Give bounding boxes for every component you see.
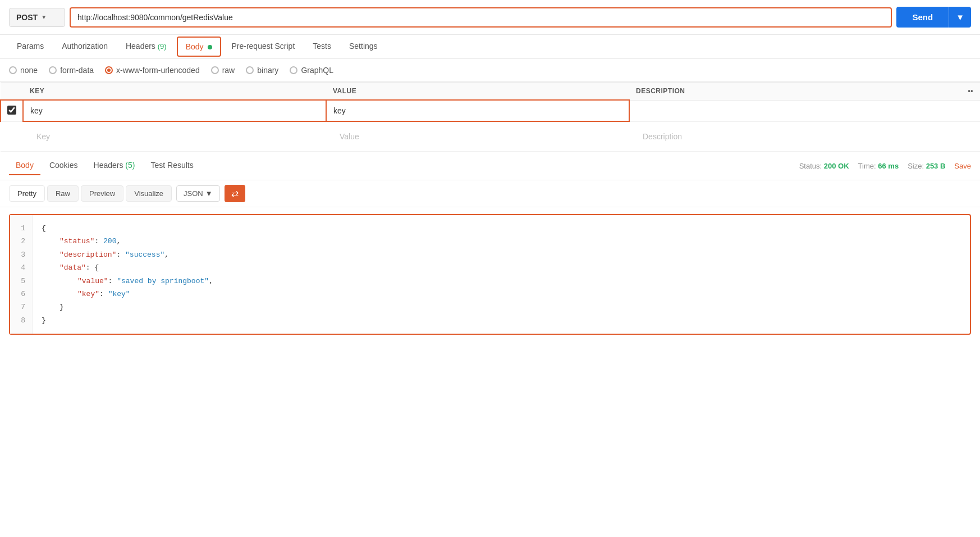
send-label: Send [896,7,949,28]
radio-form-data-circle [49,66,57,74]
row-checkbox[interactable] [7,106,16,115]
col-check-header [1,83,23,101]
row-key-cell [23,100,326,121]
tab-body[interactable]: Body [177,37,222,57]
format-select-label: JSON [184,189,203,198]
status-label: Status: 200 OK [799,162,849,170]
row-desc-input[interactable] [630,101,961,121]
resp-tab-body[interactable]: Body [9,156,40,175]
tab-body-label: Body [186,42,204,51]
resp-tab-headers[interactable]: Headers (5) [87,156,142,175]
fmt-raw[interactable]: Raw [47,185,79,202]
body-active-dot [208,45,212,49]
url-bar: POST ▼ Send ▼ [0,0,980,35]
save-link[interactable]: Save [954,162,971,170]
radio-graphql-circle [290,66,297,74]
radio-none[interactable]: none [9,66,38,75]
code-line-4: "data": { [42,261,961,274]
wrap-button[interactable]: ⇄ [225,185,245,202]
col-key-header: KEY [23,83,326,101]
col-more-header: •• [961,83,980,101]
url-input[interactable] [70,7,892,28]
code-line-3: "description": "success", [42,248,961,261]
empty-desc-cell [629,121,961,152]
code-line-1: { [42,222,961,235]
radio-binary[interactable]: binary [246,66,278,75]
row-value-input[interactable] [327,101,629,121]
radio-graphql-label: GraphQL [301,66,333,75]
radio-raw-label: raw [222,66,235,75]
send-button[interactable]: Send ▼ [896,7,971,28]
line-num-1: 1 [17,222,25,235]
tab-headers[interactable]: Headers (9) [118,35,175,58]
send-arrow-icon[interactable]: ▼ [949,7,971,28]
line-num-5: 5 [17,275,25,288]
line-num-4: 4 [17,261,25,274]
resp-tab-headers-label: Headers [94,161,126,170]
col-value-header: VALUE [326,83,629,101]
radio-none-label: none [20,66,38,75]
status-value: 200 OK [824,162,849,170]
response-tabs: Body Cookies Headers (5) Test Results [9,156,200,175]
col-desc-header: DESCRIPTION [629,83,961,101]
time-label-text: Time: [858,162,876,170]
radio-none-circle [9,66,17,74]
row-desc-cell [629,100,961,121]
resp-tab-cookies[interactable]: Cookies [43,156,85,175]
row-checkbox-cell[interactable] [1,100,23,121]
fmt-visualize[interactable]: Visualize [126,185,172,202]
radio-urlencoded-circle [105,66,113,74]
tab-settings[interactable]: Settings [341,35,386,58]
resp-tab-test-results[interactable]: Test Results [144,156,200,175]
resp-tab-headers-badge: (5) [125,161,135,170]
body-type-selector: none form-data x-www-form-urlencoded raw… [0,59,980,82]
line-num-8: 8 [17,314,25,327]
row-value-cell [326,100,629,121]
radio-binary-circle [246,66,254,74]
empty-key-input[interactable] [30,126,319,147]
response-meta: Status: 200 OK Time: 66 ms Size: 253 B S… [799,162,971,170]
radio-graphql[interactable]: GraphQL [290,66,333,75]
line-num-3: 3 [17,248,25,261]
tab-headers-label: Headers [126,42,158,51]
empty-check [1,121,23,152]
table-empty-row [1,121,980,152]
radio-raw[interactable]: raw [211,66,235,75]
row-key-input[interactable] [24,101,326,121]
tab-params[interactable]: Params [9,35,52,58]
empty-value-cell [326,121,629,152]
fmt-preview[interactable]: Preview [81,185,123,202]
time-value: 66 ms [878,162,899,170]
empty-more [961,121,980,152]
code-line-8: } [42,314,961,327]
code-line-7: } [42,301,961,313]
radio-urlencoded-label: x-www-form-urlencoded [116,66,200,75]
radio-form-data-label: form-data [60,66,94,75]
wrap-icon: ⇄ [231,188,239,199]
row-more-cell [961,100,980,121]
radio-urlencoded[interactable]: x-www-form-urlencoded [105,66,200,75]
response-code-block: 1 2 3 4 5 6 7 8 { "status": 200, "descri… [9,214,971,335]
line-num-7: 7 [17,301,25,313]
empty-desc-input[interactable] [636,126,955,147]
response-tabs-bar: Body Cookies Headers (5) Test Results St… [0,152,980,180]
tab-tests[interactable]: Tests [305,35,339,58]
code-line-5: "value": "saved by springboot", [42,275,961,288]
method-label: POST [16,13,38,22]
tab-authorization[interactable]: Authorization [54,35,116,58]
radio-form-data[interactable]: form-data [49,66,94,75]
code-line-6: "key": "key" [42,288,961,301]
size-value: 253 B [926,162,946,170]
time-label: Time: 66 ms [858,162,899,170]
response-format-bar: Pretty Raw Preview Visualize JSON ▼ ⇄ [0,180,980,207]
kv-table: KEY VALUE DESCRIPTION •• [0,82,980,152]
tab-prerequest[interactable]: Pre-request Script [223,35,303,58]
fmt-pretty[interactable]: Pretty [9,185,45,202]
format-select-chevron-icon: ▼ [205,189,213,198]
empty-value-input[interactable] [333,126,622,147]
format-select-dropdown[interactable]: JSON ▼ [176,185,220,202]
method-dropdown[interactable]: POST ▼ [9,8,65,27]
request-tabs: Params Authorization Headers (9) Body Pr… [0,35,980,59]
status-label-text: Status: [799,162,822,170]
line-num-6: 6 [17,288,25,301]
